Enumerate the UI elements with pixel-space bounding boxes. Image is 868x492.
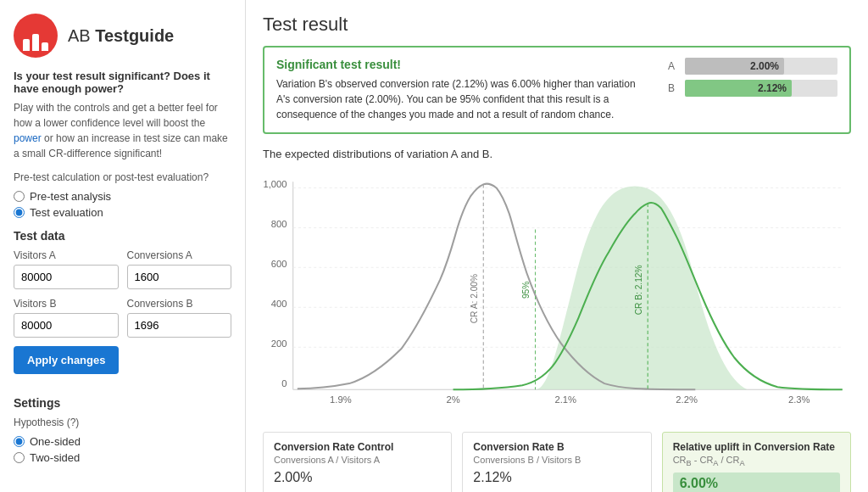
conversions-a-label: Conversions A bbox=[127, 249, 232, 261]
pre-test-radio[interactable] bbox=[14, 191, 25, 202]
bar-label-b: B bbox=[668, 82, 678, 94]
svg-text:800: 800 bbox=[271, 219, 287, 229]
bar2 bbox=[32, 34, 39, 51]
svg-text:200: 200 bbox=[271, 338, 287, 349]
result-bars: A 2.00% B 2.12% bbox=[668, 58, 837, 97]
visitors-a-input[interactable] bbox=[14, 265, 119, 289]
row-visitors-conversions-a: Visitors A Conversions A bbox=[14, 249, 231, 289]
result-description: Variation B's observed conversion rate (… bbox=[276, 76, 651, 122]
result-text: Significant test result! Variation B's o… bbox=[276, 58, 651, 122]
svg-text:95%: 95% bbox=[521, 282, 531, 299]
visitors-b-group: Visitors B bbox=[14, 298, 119, 338]
test-data-title: Test data bbox=[14, 229, 231, 243]
bar-track-b: 2.12% bbox=[685, 80, 837, 97]
result-heading: Significant test result! bbox=[276, 58, 651, 71]
visitors-a-label: Visitors A bbox=[14, 249, 119, 261]
intro-question: Is your test result significant? Does it… bbox=[14, 70, 231, 95]
metric-uplift: Relative uplift in Conversion Rate CRB -… bbox=[662, 432, 851, 492]
bar-row-b: B 2.12% bbox=[668, 80, 837, 97]
svg-text:600: 600 bbox=[271, 259, 287, 269]
metric-cr-b-value: 2.12% bbox=[473, 470, 640, 485]
svg-text:400: 400 bbox=[271, 299, 287, 309]
pre-test-label: Pre-test analysis bbox=[30, 190, 111, 203]
visitors-a-group: Visitors A bbox=[14, 249, 119, 289]
conversions-b-group: Conversions B bbox=[127, 298, 232, 338]
pre-test-option[interactable]: Pre-test analysis bbox=[14, 190, 231, 203]
svg-text:2.3%: 2.3% bbox=[788, 394, 810, 405]
hypothesis-label: Hypothesis (?) bbox=[14, 417, 231, 428]
two-sided-option[interactable]: Two-sided bbox=[14, 451, 231, 464]
svg-text:2.2%: 2.2% bbox=[676, 394, 698, 405]
chart-container: 1,000 800 600 400 200 0 1.9% 2% 2.1% 2.2… bbox=[263, 167, 851, 422]
apply-changes-button[interactable]: Apply changes bbox=[14, 346, 119, 374]
metric-uplift-title: Relative uplift in Conversion Rate bbox=[673, 441, 840, 453]
svg-text:1,000: 1,000 bbox=[263, 179, 287, 189]
intro-description: Play with the controls and get a better … bbox=[14, 100, 231, 161]
metric-cr-control-title: Conversion Rate Control bbox=[274, 441, 441, 453]
svg-text:0: 0 bbox=[281, 378, 287, 389]
two-sided-radio[interactable] bbox=[14, 452, 25, 463]
metric-cr-b-title: Conversion Rate B bbox=[473, 441, 640, 453]
metric-cr-b: Conversion Rate B Conversions B / Visito… bbox=[462, 432, 651, 492]
svg-text:1.9%: 1.9% bbox=[330, 394, 352, 405]
conversions-b-input[interactable] bbox=[127, 313, 232, 338]
metric-uplift-sub: CRB - CRA / CRA bbox=[673, 455, 840, 467]
test-type-radio-group: Pre-test analysis Test evaluation bbox=[14, 190, 231, 219]
svg-text:CR A: 2.00%: CR A: 2.00% bbox=[470, 274, 479, 323]
hypothesis-radio-group: One-sided Two-sided bbox=[14, 435, 231, 464]
settings-title: Settings bbox=[14, 396, 231, 410]
one-sided-label: One-sided bbox=[30, 435, 81, 448]
svg-text:2.1%: 2.1% bbox=[554, 394, 576, 405]
row-visitors-conversions-b: Visitors B Conversions B bbox=[14, 298, 231, 338]
conversions-a-group: Conversions A bbox=[127, 249, 232, 289]
radio-section-label: Pre-test calculation or post-test evalua… bbox=[14, 171, 231, 183]
logo-area: AB Testguide bbox=[14, 14, 231, 58]
bar-label-a: A bbox=[668, 60, 678, 72]
logo-icon bbox=[14, 14, 58, 58]
bar3 bbox=[42, 42, 48, 51]
power-link: power bbox=[14, 132, 42, 144]
bar-fill-a: 2.00% bbox=[685, 58, 784, 75]
svg-text:CR B: 2.12%: CR B: 2.12% bbox=[634, 265, 643, 315]
result-box: Significant test result! Variation B's o… bbox=[263, 46, 851, 134]
chart-title: The expected distributions of variation … bbox=[263, 148, 851, 160]
test-eval-radio[interactable] bbox=[14, 207, 25, 218]
bar-row-a: A 2.00% bbox=[668, 58, 837, 75]
bar-fill-b: 2.12% bbox=[685, 80, 792, 97]
metric-cr-control: Conversion Rate Control Conversions A / … bbox=[263, 432, 452, 492]
metric-cr-b-sub: Conversions B / Visitors B bbox=[473, 455, 640, 465]
left-panel: AB Testguide Is your test result signifi… bbox=[0, 0, 246, 492]
one-sided-option[interactable]: One-sided bbox=[14, 435, 231, 448]
visitors-b-input[interactable] bbox=[14, 313, 119, 338]
metrics-row: Conversion Rate Control Conversions A / … bbox=[263, 432, 851, 492]
logo-title: AB Testguide bbox=[68, 26, 174, 46]
metric-cr-control-sub: Conversions A / Visitors A bbox=[274, 455, 441, 465]
one-sided-radio[interactable] bbox=[14, 436, 25, 447]
distribution-chart: 1,000 800 600 400 200 0 1.9% 2% 2.1% 2.2… bbox=[263, 167, 851, 422]
conversions-b-label: Conversions B bbox=[127, 298, 232, 310]
metric-uplift-value: 6.00% bbox=[673, 472, 840, 492]
test-eval-option[interactable]: Test evaluation bbox=[14, 206, 231, 219]
conversions-a-input[interactable] bbox=[127, 265, 232, 289]
bar1 bbox=[23, 39, 30, 51]
right-panel: Test result Significant test result! Var… bbox=[246, 0, 868, 492]
page-title: Test result bbox=[263, 14, 851, 36]
two-sided-label: Two-sided bbox=[30, 451, 80, 464]
test-eval-label: Test evaluation bbox=[30, 206, 103, 219]
metric-cr-control-value: 2.00% bbox=[274, 470, 441, 485]
visitors-b-label: Visitors B bbox=[14, 298, 119, 310]
bar-track-a: 2.00% bbox=[685, 58, 837, 75]
svg-text:2%: 2% bbox=[446, 394, 459, 405]
